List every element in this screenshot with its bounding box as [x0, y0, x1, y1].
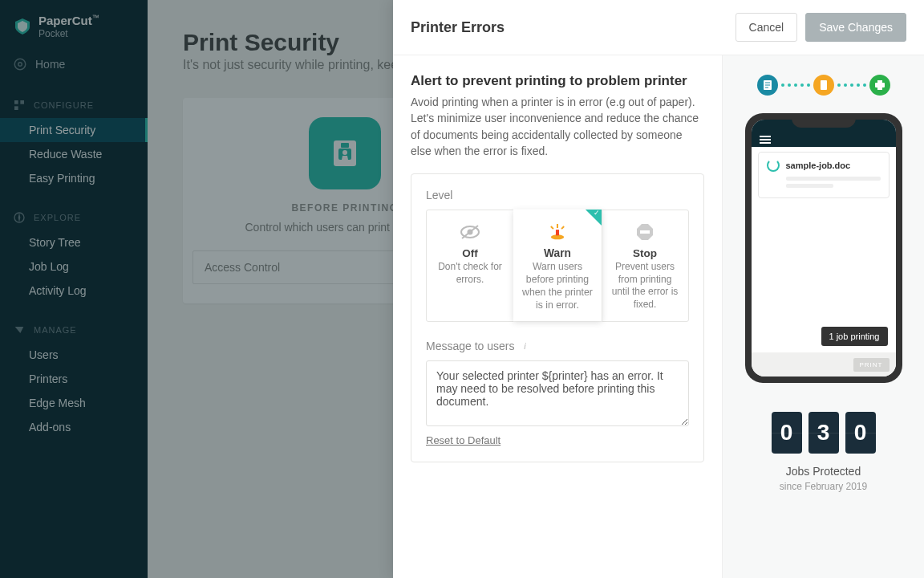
svg-rect-27: [877, 88, 882, 90]
printer-errors-panel: Printer Errors Cancel Save Changes Alert…: [393, 0, 924, 578]
svg-rect-14: [556, 230, 559, 235]
phone-filename: sample-job.doc: [786, 161, 851, 170]
svg-rect-24: [821, 80, 827, 90]
phone-job-card: sample-job.doc: [758, 152, 890, 198]
panel-form: Alert to prevent printing to problem pri…: [393, 55, 722, 578]
svg-rect-25: [875, 83, 885, 88]
svg-rect-26: [877, 80, 882, 83]
warn-icon: [520, 221, 595, 242]
svg-point-13: [551, 234, 564, 239]
level-option-warn[interactable]: Warn Warn users before printing when the…: [513, 210, 602, 322]
phone-mockup: sample-job.doc 1 job printing PRINT: [745, 113, 902, 383]
flow-node-document-icon: [757, 75, 778, 96]
level-options: Off Don't check for errors. Warn Warn us…: [426, 210, 689, 321]
alert-description: Avoid printing when a printer is in erro…: [411, 94, 704, 159]
level-stop-desc: Prevent users from printing until the er…: [608, 261, 682, 311]
level-stop-title: Stop: [608, 247, 682, 259]
counter-label: Jobs Protected: [786, 465, 861, 478]
jobs-protected-counter: 0 3 0: [772, 412, 876, 454]
settings-block: Level Off Don't check for errors. Warn W…: [411, 173, 704, 462]
reset-to-default-link[interactable]: Reset to Default: [426, 434, 500, 446]
message-label: Message to users i: [426, 340, 689, 352]
level-option-off[interactable]: Off Don't check for errors.: [427, 210, 514, 320]
menu-icon: [760, 136, 771, 144]
counter-digit: 3: [808, 412, 839, 454]
counter-digit: 0: [772, 412, 802, 454]
alert-heading: Alert to prevent printing to problem pri…: [411, 73, 704, 89]
panel-title: Printer Errors: [411, 19, 505, 36]
eye-off-icon: [433, 222, 507, 242]
svg-line-16: [551, 226, 553, 229]
level-warn-title: Warn: [520, 247, 595, 259]
flow-node-printer-icon: [869, 75, 890, 96]
message-textarea[interactable]: [426, 360, 689, 426]
level-label: Level: [426, 189, 689, 201]
level-off-title: Off: [433, 247, 507, 259]
cancel-button[interactable]: Cancel: [736, 13, 798, 42]
stop-icon: [608, 222, 682, 242]
phone-print-button: PRINT: [853, 358, 890, 372]
counter-sub: since February 2019: [780, 481, 867, 492]
panel-preview: sample-job.doc 1 job printing PRINT 0 3: [722, 55, 924, 578]
job-toast: 1 job printing: [821, 327, 888, 346]
svg-line-17: [561, 226, 564, 229]
info-icon[interactable]: i: [520, 340, 531, 352]
panel-header: Printer Errors Cancel Save Changes: [393, 0, 924, 55]
flow-diagram: [757, 75, 890, 96]
spinner-icon: [767, 159, 780, 172]
level-warn-desc: Warn users before printing when the prin…: [520, 261, 595, 312]
flow-node-security-icon: [813, 75, 834, 96]
counter-digit: 0: [845, 412, 876, 454]
svg-rect-19: [640, 230, 650, 234]
level-option-stop[interactable]: Stop Prevent users from printing until t…: [602, 210, 688, 320]
save-changes-button[interactable]: Save Changes: [805, 13, 906, 42]
level-off-desc: Don't check for errors.: [433, 261, 507, 286]
